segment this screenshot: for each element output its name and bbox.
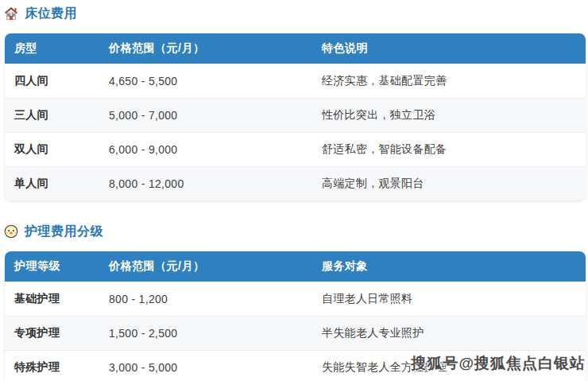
row-description-cell: 自理老人日常照料 bbox=[312, 282, 586, 316]
row-price-cell: 6,000 - 9,000 bbox=[99, 132, 312, 166]
chick-icon bbox=[4, 224, 18, 239]
row-description-cell: 高端定制，观景阳台 bbox=[312, 166, 586, 200]
row-label-cell: 双人间 bbox=[5, 132, 99, 166]
table-row: 双人间6,000 - 9,000舒适私密，智能设备配备 bbox=[5, 132, 586, 166]
row-description-cell: 性价比突出，独立卫浴 bbox=[312, 98, 586, 132]
row-description-cell: 半失能老人专业照护 bbox=[312, 316, 586, 350]
row-label-cell: 专项护理 bbox=[5, 316, 99, 350]
section-header-nursing-fees: 护理费用分级 bbox=[4, 223, 588, 240]
table-header-row: 护理等级 价格范围（元/月） 服务对象 bbox=[5, 251, 586, 282]
row-description-cell: 舒适私密，智能设备配备 bbox=[312, 132, 586, 166]
bed-fees-table: 房型 价格范围（元/月） 特色说明 四人间4,650 - 5,500经济实惠，基… bbox=[5, 33, 586, 200]
section-title: 床位费用 bbox=[25, 6, 77, 22]
row-price-cell: 1,500 - 2,500 bbox=[99, 316, 312, 350]
article-content: 床位费用 房型 价格范围（元/月） 特色说明 四人间4,650 - 5,500经… bbox=[0, 0, 588, 381]
row-price-cell: 800 - 1,200 bbox=[99, 282, 312, 316]
row-description-cell: 失能失智老人全方位护理 bbox=[312, 350, 586, 381]
row-description-cell: 经济实惠，基础配置完善 bbox=[312, 64, 586, 98]
row-label-cell: 基础护理 bbox=[5, 282, 99, 316]
column-header-care-level: 护理等级 bbox=[5, 251, 99, 282]
table-row: 单人间8,000 - 12,000高端定制，观景阳台 bbox=[5, 166, 586, 200]
row-label-cell: 四人间 bbox=[5, 64, 99, 98]
table-header-row: 房型 价格范围（元/月） 特色说明 bbox=[5, 33, 586, 64]
table-row: 三人间5,000 - 7,000性价比突出，独立卫浴 bbox=[5, 98, 586, 132]
table-row: 专项护理1,500 - 2,500半失能老人专业照护 bbox=[5, 316, 586, 350]
row-label-cell: 单人间 bbox=[5, 166, 99, 200]
row-price-cell: 4,650 - 5,500 bbox=[99, 64, 312, 98]
column-header-features: 特色说明 bbox=[312, 33, 586, 64]
row-price-cell: 5,000 - 7,000 bbox=[99, 98, 312, 132]
section-header-bed-fees: 床位费用 bbox=[4, 5, 588, 22]
table-row: 基础护理800 - 1,200自理老人日常照料 bbox=[5, 282, 586, 316]
row-label-cell: 特殊护理 bbox=[5, 350, 99, 381]
row-price-cell: 8,000 - 12,000 bbox=[99, 166, 312, 200]
house-icon bbox=[4, 6, 18, 21]
nursing-fees-table: 护理等级 价格范围（元/月） 服务对象 基础护理800 - 1,200自理老人日… bbox=[5, 251, 586, 381]
row-label-cell: 三人间 bbox=[5, 98, 99, 132]
section-title: 护理费用分级 bbox=[25, 224, 103, 240]
row-price-cell: 3,000 - 5,000 bbox=[99, 350, 312, 381]
table-row: 四人间4,650 - 5,500经济实惠，基础配置完善 bbox=[5, 64, 586, 98]
column-header-service-target: 服务对象 bbox=[312, 251, 586, 282]
column-header-room-type: 房型 bbox=[5, 33, 99, 64]
column-header-price-range: 价格范围（元/月） bbox=[99, 251, 312, 282]
table-row: 特殊护理3,000 - 5,000失能失智老人全方位护理 bbox=[5, 350, 586, 381]
column-header-price-range: 价格范围（元/月） bbox=[99, 33, 312, 64]
